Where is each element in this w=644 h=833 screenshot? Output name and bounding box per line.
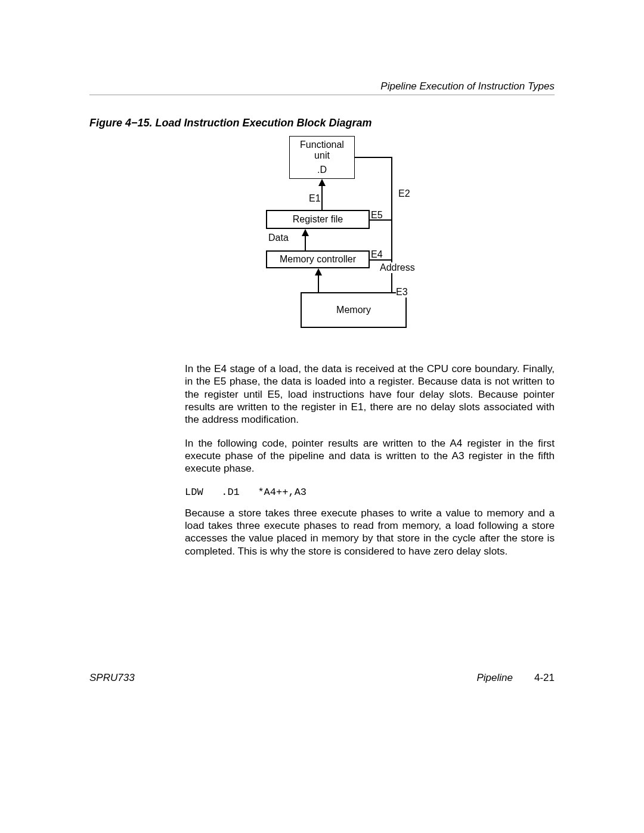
connector-e2-v [391, 157, 392, 260]
memory-label: Memory [336, 305, 371, 315]
label-e1: E1 [309, 193, 321, 204]
connector-e5-h [370, 219, 392, 221]
connector-e1 [321, 185, 323, 210]
functional-unit-line3: .D [317, 165, 327, 175]
box-memory-controller: Memory controller [266, 250, 370, 268]
footer-page-number: 4-21 [534, 672, 555, 684]
register-file-label: Register file [293, 214, 343, 225]
footer-doc-id: SPRU733 [89, 672, 135, 684]
paragraph-3: Because a store takes three execute phas… [185, 507, 555, 558]
footer-section: Pipeline [477, 672, 513, 684]
paragraph-2: In the following code, pointer results a… [185, 437, 555, 475]
box-memory: Memory [301, 292, 407, 328]
paragraph-1: In the E4 stage of a load, the data is r… [185, 363, 555, 426]
connector-e5 [305, 235, 306, 250]
label-e3: E3 [396, 287, 408, 298]
page: Pipeline Execution of Instruction Types … [0, 0, 644, 833]
figure-caption: Figure 4−15. Load Instruction Execution … [89, 117, 372, 129]
code-sample: LDW .D1 *A4++,A3 [185, 486, 555, 498]
body-text: In the E4 stage of a load, the data is r… [185, 363, 555, 568]
box-functional-unit: Functional unit .D [289, 136, 355, 179]
functional-unit-line2: unit [314, 150, 330, 161]
label-e2: E2 [398, 188, 410, 199]
block-diagram: Functional unit .D Register file Memory … [89, 136, 555, 333]
label-data: Data [268, 233, 289, 243]
connector-e4-h [370, 259, 392, 261]
header-rule [89, 94, 555, 95]
label-address: Address [380, 262, 415, 273]
box-register-file: Register file [266, 210, 370, 229]
connector-e2-h [355, 157, 392, 158]
label-e4: E4 [371, 249, 383, 260]
running-header: Pipeline Execution of Instruction Types [380, 80, 555, 92]
connector-e4 [318, 274, 319, 292]
functional-unit-line1: Functional [300, 140, 344, 150]
memory-controller-label: Memory controller [280, 254, 356, 265]
